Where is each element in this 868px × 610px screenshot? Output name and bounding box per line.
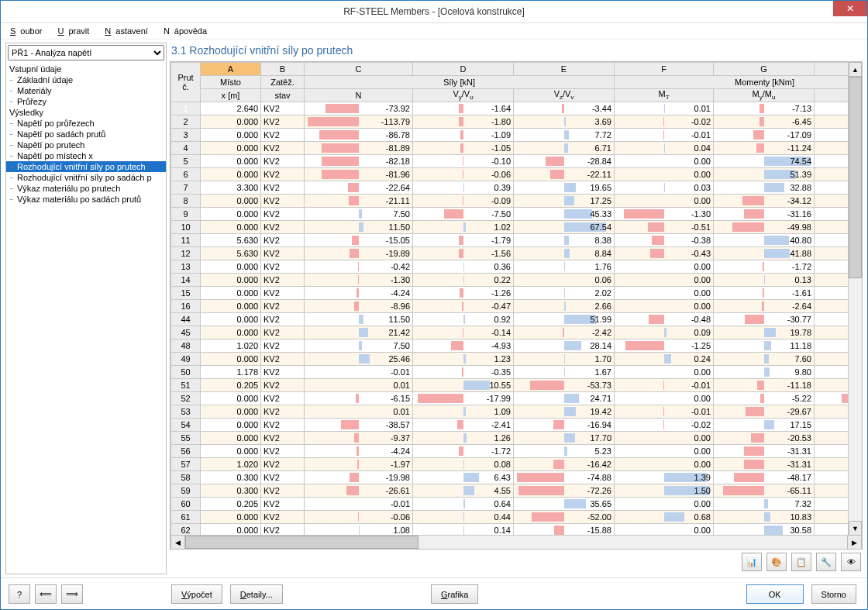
table-row[interactable]: 610.000KV2-0.060.44-52.000.6810.83-0.12: [171, 511, 863, 524]
cell-b[interactable]: KV2: [261, 432, 305, 445]
value-cell[interactable]: 1.02: [413, 221, 514, 234]
value-cell[interactable]: -74.88: [514, 471, 615, 484]
row-number[interactable]: 51: [171, 379, 201, 392]
table-row[interactable]: 510.205KV20.0110.55-53.73-0.01-11.18-2.1…: [171, 379, 863, 392]
value-cell[interactable]: -1.79: [413, 234, 514, 247]
next-button[interactable]: ⟹: [61, 584, 83, 604]
value-cell[interactable]: -113.79: [305, 115, 413, 129]
value-cell[interactable]: -53.73: [514, 379, 615, 392]
table-row[interactable]: 481.020KV27.50-4.9328.14-1.2511.187.45: [171, 339, 863, 353]
value-cell[interactable]: -0.47: [413, 300, 514, 313]
row-number[interactable]: 56: [171, 445, 201, 458]
value-cell[interactable]: 11.50: [305, 221, 413, 234]
row-number[interactable]: 9: [171, 208, 201, 221]
value-cell[interactable]: -9.37: [305, 432, 413, 445]
table-row[interactable]: 590.300KV2-26.614.55-72.261.50-65.11-1.6…: [171, 484, 863, 498]
value-cell[interactable]: -1.05: [413, 142, 514, 155]
row-number[interactable]: 6: [171, 168, 201, 181]
row-number[interactable]: 2: [171, 115, 201, 129]
value-cell[interactable]: 40.80: [714, 234, 815, 247]
value-cell[interactable]: 0.08: [413, 458, 514, 471]
value-cell[interactable]: -16.94: [514, 419, 615, 432]
cell-b[interactable]: KV2: [261, 484, 305, 498]
cell-a[interactable]: 0.000: [201, 419, 261, 432]
cell-a[interactable]: 0.000: [201, 155, 261, 168]
cell-b[interactable]: KV2: [261, 313, 305, 326]
toolbar-view-icon[interactable]: 👁: [841, 553, 861, 571]
cell-b[interactable]: KV2: [261, 511, 305, 524]
row-number[interactable]: 52: [171, 392, 201, 405]
row-number[interactable]: 60: [171, 498, 201, 511]
value-cell[interactable]: 1.26: [413, 432, 514, 445]
table-row[interactable]: 73.300KV2-22.640.3919.650.0332.88-0.60: [171, 181, 863, 195]
value-cell[interactable]: -0.02: [615, 115, 714, 129]
table-row[interactable]: 115.630KV2-15.05-1.798.38-0.3840.806.91: [171, 234, 863, 247]
value-cell[interactable]: -0.38: [615, 234, 714, 247]
value-cell[interactable]: 0.14: [413, 524, 514, 536]
value-cell[interactable]: 0.04: [615, 142, 714, 155]
value-cell[interactable]: 0.00: [615, 366, 714, 379]
row-number[interactable]: 58: [171, 471, 201, 484]
toolbar-chart-icon[interactable]: 📊: [742, 553, 762, 571]
value-cell[interactable]: -3.44: [514, 102, 615, 115]
cell-b[interactable]: KV2: [261, 326, 305, 339]
table-row[interactable]: 450.000KV221.42-0.14-2.420.0919.78-1.22: [171, 326, 863, 339]
value-cell[interactable]: -21.11: [305, 195, 413, 208]
col-letter[interactable]: A: [201, 63, 261, 76]
value-cell[interactable]: 1.50: [615, 484, 714, 498]
value-cell[interactable]: -38.57: [305, 419, 413, 432]
value-cell[interactable]: 0.03: [615, 181, 714, 195]
table-row[interactable]: 550.000KV2-9.371.2617.700.00-20.532.04: [171, 432, 863, 445]
value-cell[interactable]: -52.00: [514, 511, 615, 524]
value-cell[interactable]: -15.88: [514, 524, 615, 536]
cell-b[interactable]: KV2: [261, 195, 305, 208]
value-cell[interactable]: 51.99: [514, 313, 615, 326]
row-number[interactable]: 12: [171, 247, 201, 260]
value-cell[interactable]: 4.55: [413, 484, 514, 498]
table-row[interactable]: 520.000KV2-6.15-17.9924.710.00-5.22-3.69: [171, 392, 863, 405]
close-button[interactable]: ✕: [833, 1, 867, 16]
tree-item[interactable]: Napětí po prutech: [6, 140, 166, 150]
value-cell[interactable]: -0.42: [305, 260, 413, 274]
table-row[interactable]: 560.000KV2-4.24-1.725.230.00-31.31-2.15: [171, 445, 863, 458]
value-cell[interactable]: 74.54: [714, 155, 815, 168]
cell-a[interactable]: 0.000: [201, 524, 261, 536]
value-cell[interactable]: 8.84: [514, 247, 615, 260]
value-cell[interactable]: 7.60: [714, 353, 815, 366]
value-cell[interactable]: 1.70: [514, 353, 615, 366]
value-cell[interactable]: 7.32: [714, 498, 815, 511]
cell-b[interactable]: KV2: [261, 458, 305, 471]
cell-b[interactable]: KV2: [261, 498, 305, 511]
value-cell[interactable]: 2.02: [514, 287, 615, 300]
row-number[interactable]: 61: [171, 511, 201, 524]
table-row[interactable]: 60.000KV2-81.96-0.06-22.110.0051.39-0.13: [171, 168, 863, 181]
value-cell[interactable]: -4.93: [413, 339, 514, 353]
value-cell[interactable]: -81.89: [305, 142, 413, 155]
value-cell[interactable]: -6.15: [305, 392, 413, 405]
value-cell[interactable]: 0.01: [615, 102, 714, 115]
value-cell[interactable]: -28.84: [514, 155, 615, 168]
tree-item[interactable]: Napětí po sadách prutů: [6, 129, 166, 140]
value-cell[interactable]: 6.43: [413, 471, 514, 484]
value-cell[interactable]: -0.51: [615, 221, 714, 234]
value-cell[interactable]: -48.17: [714, 471, 815, 484]
value-cell[interactable]: -0.06: [413, 168, 514, 181]
cell-b[interactable]: KV2: [261, 221, 305, 234]
value-cell[interactable]: 0.24: [615, 353, 714, 366]
value-cell[interactable]: -1.97: [305, 458, 413, 471]
value-cell[interactable]: 8.38: [514, 234, 615, 247]
value-cell[interactable]: -5.22: [714, 392, 815, 405]
cell-a[interactable]: 0.000: [201, 511, 261, 524]
value-cell[interactable]: -73.92: [305, 102, 413, 115]
value-cell[interactable]: 35.65: [514, 498, 615, 511]
scroll-down-arrow[interactable]: ▼: [849, 521, 862, 536]
cell-a[interactable]: 0.000: [201, 168, 261, 181]
table-row[interactable]: 620.000KV21.080.14-15.880.0030.580.72: [171, 524, 863, 536]
cell-b[interactable]: KV2: [261, 208, 305, 221]
cell-a[interactable]: 1.020: [201, 458, 261, 471]
value-cell[interactable]: 11.18: [714, 339, 815, 353]
col-letter[interactable]: B: [261, 63, 305, 76]
tree-item[interactable]: Rozhodující vnitřní síly po prutech: [6, 161, 166, 172]
cell-b[interactable]: KV2: [261, 339, 305, 353]
cell-a[interactable]: 3.300: [201, 181, 261, 195]
